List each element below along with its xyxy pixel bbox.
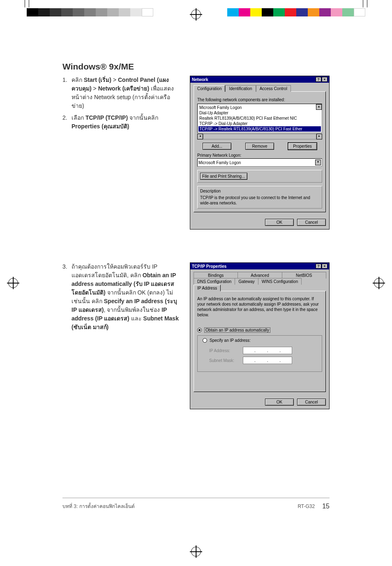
footer-chapter: บทที่ 3: การตั้งค่าคอนฟิกไคลเอ็นต์ bbox=[62, 502, 135, 510]
list-item[interactable]: Dial-Up Adapter bbox=[198, 110, 321, 116]
properties-button[interactable]: Properties bbox=[288, 143, 317, 150]
radio-obtain-auto[interactable]: Obtain an IP address automatically bbox=[197, 327, 322, 333]
radio-specify[interactable]: Specify an IP address: bbox=[201, 338, 252, 343]
tab-configuration[interactable]: Configuration bbox=[194, 85, 225, 92]
tab-bindings[interactable]: Bindings bbox=[194, 272, 238, 278]
tab-ip-address[interactable]: IP Address bbox=[194, 285, 221, 291]
tab-identification[interactable]: Identification bbox=[225, 85, 256, 92]
scroll-left-icon[interactable]: ◂ bbox=[197, 134, 203, 139]
remove-button[interactable]: Remove bbox=[245, 143, 274, 150]
close-icon[interactable]: × bbox=[322, 77, 327, 82]
primary-logon-combo[interactable]: Microsoft Family Logon ▾ bbox=[197, 158, 322, 167]
help-icon[interactable]: ? bbox=[316, 264, 321, 269]
ip-address-field[interactable]: ... bbox=[243, 347, 292, 354]
step-3: 3. ถ้าคุณต้องการให้คอมพิวเตอร์รับ IP แอด… bbox=[62, 262, 182, 332]
network-dialog-titlebar[interactable]: Network ? × bbox=[190, 76, 329, 83]
tab-dns[interactable]: DNS Configuration bbox=[194, 278, 235, 285]
list-item[interactable]: TCP/IP -> Dial-Up Adapter bbox=[198, 121, 321, 126]
page-footer: บทที่ 3: การตั้งค่าคอนฟิกไคลเอ็นต์ RT-G3… bbox=[62, 498, 330, 510]
page-heading: Windows® 9x/ME bbox=[62, 62, 330, 72]
list-item[interactable]: Realtek RTL8139(A/B/C/8130) PCI Fast Eth… bbox=[198, 116, 321, 121]
subnet-mask-field[interactable]: ... bbox=[243, 357, 292, 364]
subnet-mask-label: Subnet Mask: bbox=[209, 358, 238, 363]
tcpip-dialog-title: TCP/IP Properties bbox=[192, 264, 226, 269]
radio-specify-label: Specify an IP address: bbox=[210, 338, 251, 343]
primary-logon-value: Microsoft Family Logon bbox=[198, 160, 241, 165]
tcpip-dialog-titlebar[interactable]: TCP/IP Properties ? × bbox=[190, 263, 329, 269]
registration-mark-left bbox=[8, 278, 18, 288]
step-1: 1. คลิก Start (เริ่ม) > Control Panel (แ… bbox=[62, 76, 182, 110]
chevron-down-icon[interactable]: ▾ bbox=[315, 160, 321, 165]
tab-wins[interactable]: WINS Configuration bbox=[258, 278, 302, 285]
horizontal-scrollbar[interactable]: ◂ ▸ bbox=[197, 134, 322, 139]
scroll-right-icon[interactable]: ▸ bbox=[316, 134, 322, 139]
network-dialog: Network ? × Configuration Identification… bbox=[190, 76, 330, 230]
primary-logon-label: Primary Network Logon: bbox=[197, 153, 322, 158]
scroll-up-icon[interactable]: ▴ bbox=[316, 104, 322, 110]
help-icon[interactable]: ? bbox=[316, 77, 321, 82]
description-label: Description bbox=[200, 189, 319, 193]
close-icon[interactable]: × bbox=[322, 264, 327, 269]
radio-icon bbox=[203, 338, 207, 343]
page-number: 15 bbox=[322, 503, 330, 510]
radio-icon bbox=[197, 328, 202, 332]
cancel-button[interactable]: Cancel bbox=[297, 399, 326, 406]
ip-intro-text: An IP address can be automatically assig… bbox=[197, 296, 322, 318]
add-button[interactable]: Add... bbox=[203, 143, 231, 150]
ok-button[interactable]: OK bbox=[265, 399, 294, 406]
cancel-button[interactable]: Cancel bbox=[297, 219, 326, 226]
list-item-selected[interactable]: TCP/IP -> Realtek RTL8139(A/B/C/8130) PC… bbox=[198, 126, 321, 132]
registration-mark-right bbox=[374, 278, 384, 288]
registration-mark-bottom bbox=[191, 547, 201, 557]
footer-model: RT-G32 bbox=[297, 503, 315, 509]
tab-advanced[interactable]: Advanced bbox=[238, 272, 282, 278]
tcpip-dialog: TCP/IP Properties ? × Bindings Advanced … bbox=[190, 262, 330, 409]
tab-access-control[interactable]: Access Control bbox=[256, 85, 291, 92]
components-listbox[interactable]: ▴ Microsoft Family Logon Dial-Up Adapter… bbox=[197, 104, 322, 133]
tab-gateway[interactable]: Gateway bbox=[235, 278, 258, 285]
description-text: TCP/IP is the protocol you use to connec… bbox=[200, 195, 319, 206]
tab-netbios[interactable]: NetBIOS bbox=[282, 272, 326, 278]
components-label: The following network components are ins… bbox=[197, 97, 322, 102]
ip-address-label: IP Address: bbox=[209, 348, 238, 353]
list-item[interactable]: Microsoft Family Logon bbox=[198, 105, 321, 110]
step-2: 2. เลือก TCP/IP (TCP/IP) จากนั้นคลิก Pro… bbox=[62, 114, 182, 131]
file-print-sharing-button[interactable]: File and Print Sharing... bbox=[200, 173, 247, 180]
ok-button[interactable]: OK bbox=[265, 219, 294, 226]
registration-mark-top bbox=[191, 9, 201, 19]
radio-auto-label: Obtain an IP address automatically bbox=[204, 327, 270, 333]
network-dialog-title: Network bbox=[192, 77, 208, 82]
